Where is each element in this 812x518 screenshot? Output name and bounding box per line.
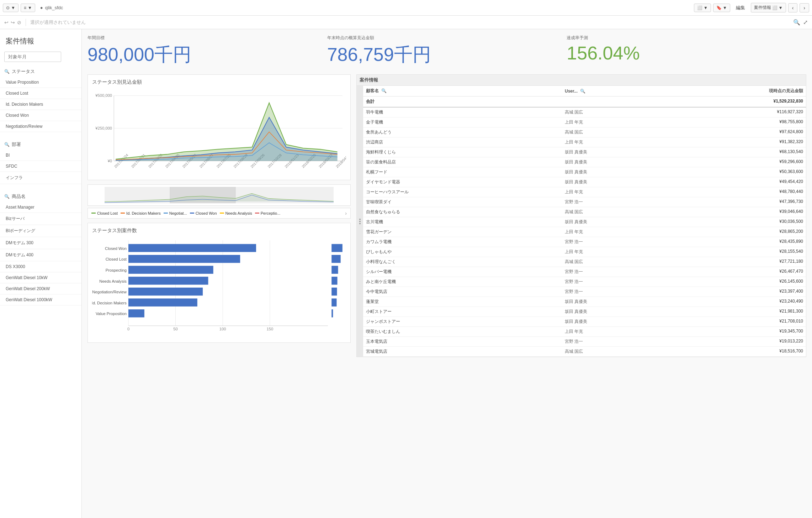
product-item-1[interactable]: Bizサーバ bbox=[0, 213, 81, 225]
table-row[interactable]: 食所あんどう 高城 国広 ¥97,624,800 bbox=[363, 127, 806, 137]
search-icon[interactable]: 🔍 bbox=[793, 19, 800, 26]
table-row[interactable]: ダイヤモンド電器 坂田 真優美 ¥49,454,420 bbox=[363, 177, 806, 187]
user-search-icon[interactable]: 🔍 bbox=[580, 89, 585, 94]
forward-nav-icon[interactable]: ↪ bbox=[11, 20, 15, 25]
sel-divider bbox=[26, 19, 26, 26]
product-item-5[interactable]: DS X3000 bbox=[0, 261, 81, 272]
edit-button[interactable]: 編集 bbox=[732, 3, 749, 12]
table-row[interactable]: 宮城電気店 高城 国広 ¥18,516,700 bbox=[363, 347, 806, 357]
col-customer-label: 顧客名 bbox=[366, 88, 379, 93]
product-item-4[interactable]: DMモデム 400 bbox=[0, 249, 81, 261]
table-row[interactable]: 小町ストアー 坂田 真優美 ¥21,981,300 bbox=[363, 307, 806, 317]
table-row[interactable]: 雪花ガーデン 上田 年克 ¥28,865,200 bbox=[363, 227, 806, 237]
cell-customer: 小料理なんごく bbox=[366, 259, 565, 265]
table-row[interactable]: 金子電機 上田 年克 ¥98,755,800 bbox=[363, 117, 806, 127]
bar-chart-title: ステータス別案件数 bbox=[92, 227, 346, 234]
dept-item-1[interactable]: SFDC bbox=[0, 161, 81, 172]
cell-amount: ¥23,240,490 bbox=[684, 299, 803, 305]
target-month-input[interactable] bbox=[4, 52, 61, 62]
legend-dot-4 bbox=[164, 213, 168, 214]
cell-customer: 今中電気店 bbox=[366, 289, 565, 295]
product-label: 商品名 bbox=[12, 193, 26, 200]
table-row[interactable]: 笹の葉食料品店 坂田 真優美 ¥59,296,600 bbox=[363, 157, 806, 167]
home-button[interactable]: ⊙ ▼ bbox=[3, 4, 18, 12]
dept-item-2[interactable]: インフラ bbox=[0, 172, 81, 184]
svg-text:¥0: ¥0 bbox=[107, 159, 112, 163]
cell-user: 上田 年克 bbox=[565, 119, 684, 125]
table-row[interactable]: 甘味喫茶ダイ 宮野 浩一 ¥47,396,730 bbox=[363, 197, 806, 207]
cell-user: 高城 国広 bbox=[565, 349, 684, 355]
table-row[interactable]: カワムラ電機 宮野 浩一 ¥28,435,890 bbox=[363, 237, 806, 247]
legend-dot-0 bbox=[91, 213, 96, 214]
charts-row: ステータス別見込金額 ¥500,000 ¥250,000 ¥0 bbox=[87, 74, 806, 357]
dept-item-0[interactable]: BI bbox=[0, 150, 81, 161]
status-item-0[interactable]: Value Proposition bbox=[0, 77, 81, 88]
svg-text:¥250,000: ¥250,000 bbox=[95, 126, 112, 130]
legend-scroll-right[interactable]: › bbox=[345, 210, 347, 216]
back-nav-icon[interactable]: ↩ bbox=[4, 20, 9, 25]
main-content: 年間目標 980,000千円 年末時点の概算見込金額 786,759千円 達成率… bbox=[82, 29, 812, 518]
table-row[interactable]: みと南ケ丘電機 宮野 浩一 ¥26,145,600 bbox=[363, 277, 806, 287]
bookmark-button[interactable]: 🔖 ▼ bbox=[713, 4, 730, 12]
status-item-3[interactable]: Closed Won bbox=[0, 110, 81, 121]
left-charts: ステータス別見込金額 ¥500,000 ¥250,000 ¥0 bbox=[87, 74, 351, 357]
kpi-target: 年間目標 980,000千円 bbox=[87, 35, 327, 67]
product-item-0[interactable]: Asset Manager bbox=[0, 202, 81, 213]
legend-label-1: Closed Won bbox=[196, 211, 217, 215]
table-row[interactable]: 札幌フード 坂田 真優美 ¥50,363,600 bbox=[363, 167, 806, 177]
cell-amount: ¥19,013,220 bbox=[684, 339, 803, 345]
cell-customer: 古川電機 bbox=[366, 219, 565, 225]
product-item-6[interactable]: GenWatt Diesel 10kW bbox=[0, 272, 81, 283]
view-button[interactable]: ⬜ ▼ bbox=[694, 4, 711, 12]
expand-icon[interactable]: ⤢ bbox=[803, 19, 808, 26]
cell-customer: シルバー電機 bbox=[366, 269, 565, 275]
status-label: ステータス bbox=[12, 68, 35, 75]
forward-button[interactable]: › bbox=[800, 3, 809, 12]
product-item-7[interactable]: GenWatt Diesel 200kW bbox=[0, 283, 81, 294]
product-item-3[interactable]: DMモデム 300 bbox=[0, 237, 81, 249]
status-item-1[interactable]: Closed Lost bbox=[0, 88, 81, 99]
legend-item-4: Negotiat... bbox=[164, 210, 187, 216]
drag-handle[interactable] bbox=[357, 86, 363, 357]
table-row[interactable]: 玉本電気店 宮野 浩一 ¥19,013,220 bbox=[363, 337, 806, 347]
svg-rect-46 bbox=[128, 298, 197, 306]
table-row[interactable]: 自然食なちゅらる 高城 国広 ¥39,046,640 bbox=[363, 207, 806, 217]
svg-rect-51 bbox=[331, 309, 333, 317]
list-button[interactable]: ≡ ▼ bbox=[21, 4, 35, 12]
cell-amount: ¥23,397,400 bbox=[684, 289, 803, 295]
table-row[interactable]: 小料理なんごく 高城 国広 ¥27,721,180 bbox=[363, 257, 806, 267]
table-row[interactable]: コーヒーハウスアール 上田 年克 ¥48,780,440 bbox=[363, 187, 806, 197]
mini-navigator[interactable] bbox=[87, 184, 351, 206]
cell-user: 坂田 真優美 bbox=[565, 299, 684, 305]
legend-dot-1 bbox=[190, 213, 194, 214]
cell-amount: ¥48,780,440 bbox=[684, 189, 803, 195]
cell-customer: 雪花ガーデン bbox=[366, 229, 565, 235]
cell-amount: ¥59,296,600 bbox=[684, 159, 803, 165]
status-item-4[interactable]: Negotiation/Review bbox=[0, 121, 81, 132]
page-info-button[interactable]: 案件情報 ⬜ ▼ bbox=[751, 3, 786, 12]
customer-search-icon[interactable]: 🔍 bbox=[381, 88, 387, 93]
back-button[interactable]: ‹ bbox=[788, 3, 798, 12]
cell-customer: みと南ケ丘電機 bbox=[366, 279, 565, 285]
selection-bar: ↩ ↪ ⊘ 選択が適用されていません 🔍 ⤢ bbox=[0, 16, 812, 29]
product-item-8[interactable]: GenWatt Diesel 1000kW bbox=[0, 294, 81, 305]
table-row[interactable]: 羽牛電機 高城 国広 ¥116,927,320 bbox=[363, 108, 806, 117]
status-item-2[interactable]: Id. Decision Makers bbox=[0, 99, 81, 110]
cell-amount: ¥21,708,010 bbox=[684, 319, 803, 325]
table-row[interactable]: ぴしゃもんや 上田 年克 ¥28,155,540 bbox=[363, 247, 806, 257]
legend-item-5: Perceptio... bbox=[255, 210, 281, 216]
bookmark-icon: 🔖 bbox=[716, 5, 722, 10]
table-row[interactable]: 渋辺商店 上田 年克 ¥91,382,320 bbox=[363, 137, 806, 147]
product-item-2[interactable]: BIボーディング bbox=[0, 225, 81, 237]
svg-rect-34 bbox=[128, 255, 240, 263]
clear-selection-icon[interactable]: ⊘ bbox=[17, 20, 21, 25]
table-row[interactable]: 海鮮料理くじら 坂田 真優美 ¥68,130,540 bbox=[363, 147, 806, 157]
table-row[interactable]: 喫茶たいむましん 上田 年克 ¥19,345,700 bbox=[363, 327, 806, 337]
table-row[interactable]: 蓬莱堂 坂田 真優美 ¥23,240,490 bbox=[363, 297, 806, 307]
table-row[interactable]: 古川電機 坂田 真優美 ¥30,036,500 bbox=[363, 217, 806, 227]
table-row[interactable]: 今中電気店 宮野 浩一 ¥23,397,400 bbox=[363, 287, 806, 297]
table-row[interactable]: ジャンボストアー 坂田 真優美 ¥21,708,010 bbox=[363, 317, 806, 327]
table-row[interactable]: シルバー電機 宮野 浩一 ¥26,467,470 bbox=[363, 267, 806, 277]
dept-label: 部署 bbox=[12, 141, 21, 148]
cell-user: 上田 年克 bbox=[565, 229, 684, 235]
